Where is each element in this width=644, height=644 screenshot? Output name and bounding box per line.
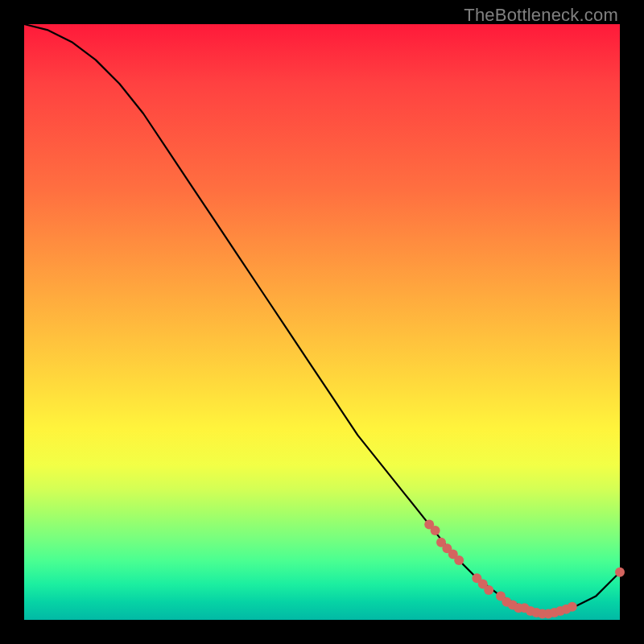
marker-dot [431, 526, 440, 535]
marker-dot [454, 555, 464, 565]
curve-svg [24, 24, 620, 620]
plot-area [24, 24, 620, 620]
marker-group [424, 520, 625, 619]
watermark-text: TheBottleneck.com [464, 5, 618, 26]
marker-dot [568, 602, 577, 612]
marker-dot [615, 568, 625, 577]
chart-frame: TheBottleneck.com [0, 0, 644, 644]
marker-dot [484, 585, 493, 595]
bottleneck-curve [24, 24, 620, 614]
